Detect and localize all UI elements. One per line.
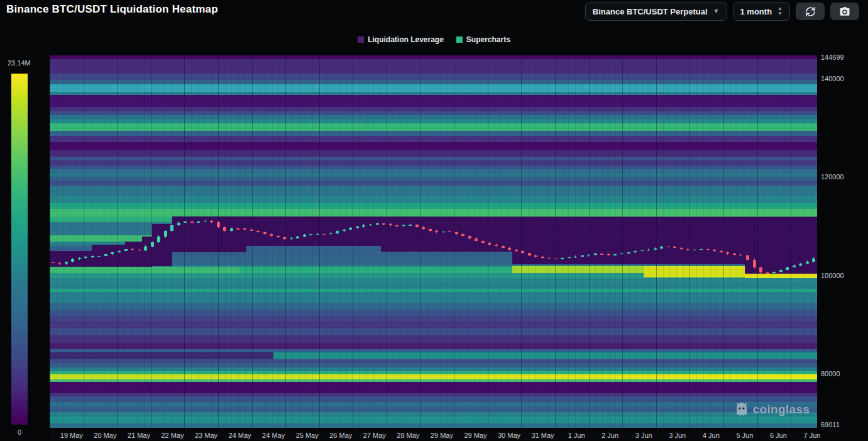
liquidation-heatmap-app: Binance BTC/USDT Liquidation Heatmap Bin… <box>0 0 868 441</box>
legend-item-liquidation-leverage[interactable]: Liquidation Leverage <box>358 35 444 44</box>
candle-body <box>91 256 94 257</box>
candle-body <box>184 221 187 222</box>
candle-body <box>84 257 87 258</box>
candle-body <box>600 254 603 254</box>
candle-body <box>700 249 703 250</box>
candle-body <box>720 251 723 252</box>
candle-body <box>164 231 167 237</box>
heatmap-plot-area[interactable]: coinglass <box>50 55 817 428</box>
date-axis-label: 28 May <box>397 432 419 439</box>
date-axis-label: 3 Jun <box>635 432 652 439</box>
coinglass-ghost-logo-icon <box>735 401 749 418</box>
candle-body <box>104 254 107 256</box>
date-axis-label: 30 May <box>498 432 520 439</box>
date-axis-label: 26 May <box>329 432 352 439</box>
candle-body <box>415 225 419 226</box>
candle-body <box>515 250 518 252</box>
candle-body <box>561 258 564 259</box>
candle-body <box>746 255 749 260</box>
candle-body <box>461 234 464 236</box>
date-axis-label: 1 Jun <box>568 432 585 439</box>
candle-body <box>283 237 286 238</box>
date-axis-label: 29 May <box>431 432 453 439</box>
candle-body <box>812 259 815 262</box>
candle-body <box>349 228 352 229</box>
legend-label: Liquidation Leverage <box>368 35 444 44</box>
candle-body <box>230 228 233 231</box>
candle-body <box>138 250 141 250</box>
range-select[interactable]: 1 month ▲▼ <box>733 2 790 21</box>
candle-body <box>362 225 365 226</box>
candle-body <box>243 228 246 229</box>
legend-swatch <box>456 36 463 43</box>
date-axis-label: 24 May <box>262 432 285 439</box>
candle-body <box>488 243 491 245</box>
range-select-value: 1 month <box>740 7 772 16</box>
candle-body <box>177 223 180 225</box>
candle-body <box>210 221 213 222</box>
candle-body <box>581 255 584 256</box>
candle-body <box>541 257 544 258</box>
candle-body <box>111 252 114 254</box>
candle-body <box>144 247 147 250</box>
candle-body <box>686 249 689 250</box>
legend-item-supercharts[interactable]: Supercharts <box>456 35 510 44</box>
candle-body <box>640 250 644 251</box>
price-axis-label: 140000 <box>821 75 844 82</box>
date-axis-label: 21 May <box>128 432 150 439</box>
candle-body <box>435 231 438 232</box>
camera-icon <box>839 6 850 17</box>
candle-body <box>647 250 650 250</box>
watermark: coinglass <box>735 401 810 418</box>
candle-body <box>204 221 207 221</box>
price-axis-label: 69011 <box>821 421 840 428</box>
candle-body <box>713 250 716 251</box>
date-axis-label: 7 Jun <box>803 432 820 439</box>
candle-body <box>528 253 531 255</box>
date-axis-label: 22 May <box>161 432 184 439</box>
symbol-select[interactable]: Binance BTC/USDT Perpetual ▼ <box>585 2 727 21</box>
refresh-button[interactable] <box>796 3 825 20</box>
candle-body <box>58 263 61 264</box>
candle-body <box>151 242 154 247</box>
candle-body <box>256 231 260 232</box>
candle-body <box>521 251 524 253</box>
date-axis-label: 20 May <box>94 432 116 439</box>
candle-body <box>733 254 736 255</box>
candle-body <box>78 258 81 259</box>
date-axis-label: 6 Jun <box>770 432 787 439</box>
date-axis-label: 25 May <box>296 432 319 439</box>
candle-body <box>554 259 558 259</box>
candle-body <box>429 229 432 231</box>
candle-body <box>170 225 173 231</box>
candle-body <box>395 225 398 226</box>
colorbar-max-label: 23.14M <box>8 59 31 67</box>
price-axis-label: 100000 <box>821 272 844 279</box>
date-axis-label: 27 May <box>363 432 386 439</box>
candle-body <box>369 225 372 226</box>
candle-body <box>316 234 319 235</box>
candle-body <box>799 264 802 265</box>
price-axis-label: 120000 <box>821 173 844 181</box>
candle-body <box>779 270 783 272</box>
chart-legend: Liquidation Leverage Supercharts <box>0 35 868 44</box>
candle-body <box>157 237 160 242</box>
date-axis-label: 23 May <box>195 432 217 439</box>
candle-body <box>97 256 101 257</box>
refresh-icon <box>805 6 816 17</box>
date-axis-label: 29 May <box>464 432 486 439</box>
candle-body <box>627 252 630 254</box>
candle-body <box>382 223 385 224</box>
date-axis-label: 31 May <box>531 432 554 439</box>
date-axis-label: 4 Jun <box>703 432 720 439</box>
candle-body <box>250 230 253 231</box>
camera-button[interactable] <box>830 3 859 20</box>
candle-body <box>336 231 339 233</box>
candle-body <box>793 265 796 267</box>
candle-body <box>277 236 280 238</box>
candle-body <box>223 227 226 231</box>
candle-body <box>502 246 505 248</box>
candle-body <box>706 249 710 250</box>
candle-body <box>422 227 425 229</box>
candle-body <box>772 272 776 274</box>
